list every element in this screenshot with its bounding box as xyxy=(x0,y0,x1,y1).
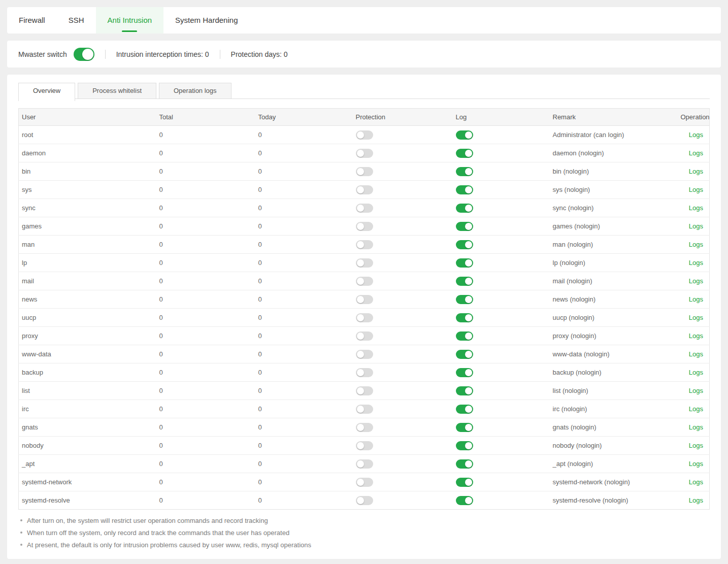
logs-link[interactable]: Logs xyxy=(689,350,703,358)
log-toggle[interactable] xyxy=(456,423,473,432)
log-toggle[interactable] xyxy=(456,295,473,304)
log-toggle[interactable] xyxy=(456,313,473,322)
remark: sys (nologin) xyxy=(550,181,678,199)
protection-toggle[interactable] xyxy=(356,459,373,469)
logs-link[interactable]: Logs xyxy=(689,149,703,157)
logs-link[interactable]: Logs xyxy=(689,314,703,321)
logs-link[interactable]: Logs xyxy=(689,442,703,449)
logs-link[interactable]: Logs xyxy=(689,168,703,175)
logs-link[interactable]: Logs xyxy=(689,222,703,230)
protection-toggle[interactable] xyxy=(356,149,373,158)
toggle-knob xyxy=(357,406,364,413)
logs-link[interactable]: Logs xyxy=(689,369,703,376)
logs-link[interactable]: Logs xyxy=(689,204,703,212)
today-count: 0 xyxy=(255,382,353,400)
log-toggle[interactable] xyxy=(456,386,473,395)
toggle-knob xyxy=(357,369,364,376)
log-toggle[interactable] xyxy=(456,149,473,158)
user-name: uucp xyxy=(19,309,156,327)
logs-link[interactable]: Logs xyxy=(689,295,703,303)
total-count: 0 xyxy=(156,290,255,309)
log-toggle[interactable] xyxy=(456,185,473,194)
table-row: lp 0 0 lp (nologin) Logs xyxy=(19,254,710,272)
log-toggle[interactable] xyxy=(456,240,473,249)
table-row: daemon 0 0 daemon (nologin) Logs xyxy=(19,144,710,162)
logs-link[interactable]: Logs xyxy=(689,131,703,139)
log-toggle[interactable] xyxy=(456,167,473,176)
protection-toggle[interactable] xyxy=(356,185,373,194)
remark: irc (nologin) xyxy=(550,400,678,418)
log-toggle[interactable] xyxy=(456,478,473,487)
column-header-protection: Protection xyxy=(353,109,453,126)
log-toggle[interactable] xyxy=(456,368,473,377)
log-toggle[interactable] xyxy=(456,441,473,450)
subtab-process-whitelist[interactable]: Process whitelist xyxy=(78,83,156,99)
toggle-knob xyxy=(357,223,364,230)
protection-toggle[interactable] xyxy=(356,350,373,359)
logs-link[interactable]: Logs xyxy=(689,496,703,504)
toggle-knob xyxy=(465,205,472,212)
protection-toggle[interactable] xyxy=(356,204,373,213)
logs-link[interactable]: Logs xyxy=(689,387,703,394)
log-toggle[interactable] xyxy=(456,496,473,505)
protection-toggle[interactable] xyxy=(356,478,373,487)
protection-toggle[interactable] xyxy=(356,258,373,268)
protection-toggle[interactable] xyxy=(356,331,373,341)
log-toggle[interactable] xyxy=(456,459,473,469)
log-toggle[interactable] xyxy=(456,331,473,341)
protection-toggle[interactable] xyxy=(356,441,373,450)
toggle-knob xyxy=(465,479,472,486)
today-count: 0 xyxy=(255,327,353,345)
log-toggle[interactable] xyxy=(456,204,473,213)
page: Firewall SSH Anti Intrusion System Harde… xyxy=(0,0,728,564)
log-toggle[interactable] xyxy=(456,222,473,231)
protection-toggle[interactable] xyxy=(356,496,373,505)
protection-toggle[interactable] xyxy=(356,423,373,432)
master-switch-toggle[interactable] xyxy=(74,48,94,61)
tab-system-hardening[interactable]: System Hardening xyxy=(163,7,249,34)
logs-link[interactable]: Logs xyxy=(689,332,703,340)
remark: mail (nologin) xyxy=(550,272,678,290)
logs-link[interactable]: Logs xyxy=(689,241,703,248)
logs-link[interactable]: Logs xyxy=(689,423,703,431)
logs-link[interactable]: Logs xyxy=(689,277,703,285)
protection-toggle[interactable] xyxy=(356,130,373,140)
user-name: list xyxy=(19,382,156,400)
toggle-knob xyxy=(82,49,93,60)
protection-toggle[interactable] xyxy=(356,386,373,395)
protection-toggle[interactable] xyxy=(356,167,373,176)
logs-link[interactable]: Logs xyxy=(689,405,703,413)
log-toggle[interactable] xyxy=(456,258,473,268)
protection-toggle[interactable] xyxy=(356,313,373,322)
today-count: 0 xyxy=(255,363,353,382)
log-toggle[interactable] xyxy=(456,405,473,414)
logs-link[interactable]: Logs xyxy=(689,259,703,267)
log-toggle[interactable] xyxy=(456,277,473,286)
tab-firewall[interactable]: Firewall xyxy=(7,7,57,34)
logs-link[interactable]: Logs xyxy=(689,478,703,486)
remark: uucp (nologin) xyxy=(550,309,678,327)
logs-link[interactable]: Logs xyxy=(689,186,703,193)
table-row: uucp 0 0 uucp (nologin) Logs xyxy=(19,309,710,327)
protection-toggle[interactable] xyxy=(356,405,373,414)
table-row: systemd-network 0 0 systemd-network (nol… xyxy=(19,473,710,491)
remark: www-data (nologin) xyxy=(550,345,678,363)
logs-link[interactable]: Logs xyxy=(689,460,703,468)
protection-toggle[interactable] xyxy=(356,277,373,286)
subtab-overview[interactable]: Overview xyxy=(18,83,75,101)
protection-toggle[interactable] xyxy=(356,295,373,304)
subtab-operation-logs[interactable]: Operation logs xyxy=(159,83,231,99)
tab-anti-intrusion[interactable]: Anti Intrusion xyxy=(96,7,164,34)
note-text: When turn off the system, only record an… xyxy=(27,529,289,537)
log-toggle[interactable] xyxy=(456,130,473,140)
protection-toggle[interactable] xyxy=(356,368,373,377)
today-count: 0 xyxy=(255,181,353,199)
log-toggle[interactable] xyxy=(456,350,473,359)
remark: man (nologin) xyxy=(550,236,678,254)
note-item: After turn on, the system will restrict … xyxy=(18,514,710,526)
protection-toggle[interactable] xyxy=(356,222,373,231)
tab-ssh[interactable]: SSH xyxy=(57,7,96,34)
note-text: At present, the default is only for intr… xyxy=(27,541,311,549)
protection-toggle[interactable] xyxy=(356,240,373,249)
remark: bin (nologin) xyxy=(550,162,678,181)
